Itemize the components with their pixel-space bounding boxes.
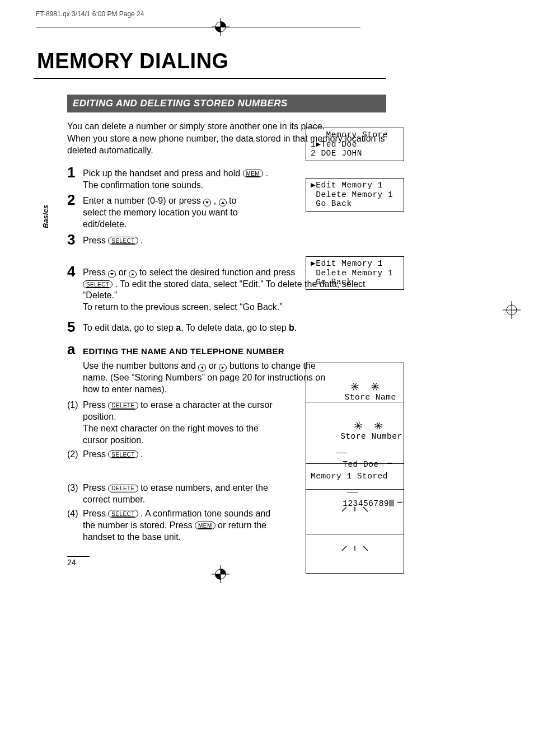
right-diag-arrow-icon	[362, 546, 369, 551]
text: Press	[83, 400, 108, 410]
step-text: Pick up the handset and press and hold M…	[83, 165, 273, 191]
section-heading: EDITING AND DELETING STORED NUMBERS	[67, 95, 386, 112]
svg-marker-11	[110, 273, 114, 275]
text: The next character on the right moves to…	[83, 424, 259, 445]
text: Press	[83, 509, 108, 518]
delete-key-icon: DELETE	[108, 485, 138, 492]
select-key-icon: SELECT	[108, 450, 138, 458]
erase-mark-icon	[353, 421, 363, 430]
text-bold: b	[289, 323, 294, 332]
text: Press	[83, 449, 108, 459]
text: .	[294, 323, 297, 332]
step-text: To edit data, go to step a. To delete da…	[83, 319, 386, 334]
left-diag-arrow-icon	[341, 546, 348, 551]
page-content: MEMORY DIALING EDITING AND DELETING STOR…	[34, 49, 386, 567]
text: Press	[83, 236, 108, 245]
text: 123456789	[343, 499, 389, 508]
substep-title: EDITING THE NAME AND TELEPHONE NUMBER	[83, 343, 284, 356]
text: Press	[83, 483, 108, 492]
lcd-memory-store: Memory Store 1▶Ted Doe 2 DOE JOHN	[306, 128, 404, 161]
paren-text: Press DELETE to erase a character at the…	[83, 400, 273, 446]
step-number: 1	[67, 165, 83, 180]
page-title: MEMORY DIALING	[37, 49, 386, 73]
paren-number: (4)	[67, 508, 83, 543]
paren-text: Press DELETE to erase numbers, and enter…	[83, 482, 279, 506]
step-number: 5	[67, 320, 83, 334]
delete-key-icon: DELETE	[108, 402, 138, 410]
step-text: Press SELECT .	[83, 232, 386, 247]
svg-marker-14	[222, 366, 224, 369]
step-3: 3 Press SELECT .	[67, 232, 386, 247]
text: To edit data, go to step	[83, 323, 176, 332]
paren-text: Press SELECT . A confirmation tone sound…	[83, 508, 284, 543]
text: To return to the previous screen, select…	[83, 302, 283, 313]
svg-marker-12	[131, 273, 134, 275]
svg-marker-13	[201, 366, 203, 369]
registration-mark-bottom	[212, 565, 229, 583]
text: . To delete data, go to step	[181, 323, 289, 332]
text: Enter a number (0-9) or press	[83, 196, 203, 205]
substep-intro: Use the number buttons and or buttons to…	[83, 360, 335, 395]
down-line-icon	[353, 546, 357, 551]
step-number: 4	[67, 264, 83, 279]
dash-icon: —	[397, 497, 402, 507]
down-arrow-icon	[108, 270, 116, 278]
lcd-value: 123456789—	[310, 488, 400, 527]
svg-line-20	[363, 546, 368, 551]
mem-key-icon: MEM	[195, 522, 216, 529]
text: or	[119, 267, 129, 277]
print-header-slug: FT-8981.qx 3/14/1 6:00 PM Page 24	[36, 10, 144, 18]
lcd-stored-confirm: Memory 1 Stored	[306, 463, 404, 490]
up-arrow-icon	[129, 270, 137, 278]
side-tab-basics: Basics	[41, 205, 50, 228]
nav-arrows	[310, 546, 400, 551]
down-arrow-icon	[203, 199, 211, 206]
mem-key-icon: MEM	[243, 170, 264, 177]
text-bold: a	[176, 323, 181, 332]
step-number: 3	[67, 232, 83, 247]
select-key-icon: SELECT	[108, 237, 138, 245]
lcd-edit-menu-2: ▶Edit Memory 1 Delete Memory 1 Go Back	[306, 256, 404, 290]
step-5: 5 To edit data, go to step a. To delete …	[67, 319, 386, 334]
text: Use the number buttons and	[83, 361, 198, 370]
erase-mark-icon	[350, 382, 360, 391]
text: to select the desired function and press	[139, 267, 295, 277]
erase-mark-icon	[370, 382, 380, 391]
strike-icon	[347, 492, 358, 492]
text: Press	[83, 267, 108, 277]
paren-number: (1)	[67, 400, 83, 446]
lcd-title: Store Number	[310, 422, 400, 469]
title-rule	[34, 78, 386, 79]
text: or	[209, 361, 219, 370]
text: Store Number	[340, 432, 402, 441]
left-arrow-icon	[198, 364, 206, 372]
text: .	[138, 449, 143, 459]
paren-number: (3)	[67, 482, 83, 506]
lcd-edit-menu-1: ▶Edit Memory 1 Delete Memory 1 Go Back	[306, 178, 404, 212]
text: ,	[214, 196, 219, 205]
svg-line-18	[342, 546, 346, 551]
registration-mark-right	[503, 301, 521, 319]
substep-a-heading: a EDITING THE NAME AND TELEPHONE NUMBER	[67, 341, 386, 358]
page-number: 24	[67, 556, 90, 567]
text: Store Name	[345, 393, 396, 402]
cursor-block-icon	[389, 500, 394, 506]
erase-mark-icon	[373, 421, 383, 430]
right-arrow-icon	[219, 364, 227, 372]
substep-letter: a	[67, 341, 83, 358]
header-rule	[36, 27, 360, 27]
step-text: Enter a number (0-9) or press , to selec…	[83, 192, 262, 230]
select-key-icon: SELECT	[108, 510, 138, 518]
text: Pick up the handset and press and hold	[83, 168, 243, 178]
paren-number: (2)	[67, 449, 83, 461]
text: .	[138, 236, 143, 245]
svg-marker-9	[205, 201, 209, 204]
up-arrow-icon	[219, 199, 227, 206]
step-number: 2	[67, 192, 83, 207]
svg-marker-10	[221, 201, 224, 204]
select-key-icon: SELECT	[83, 280, 113, 288]
